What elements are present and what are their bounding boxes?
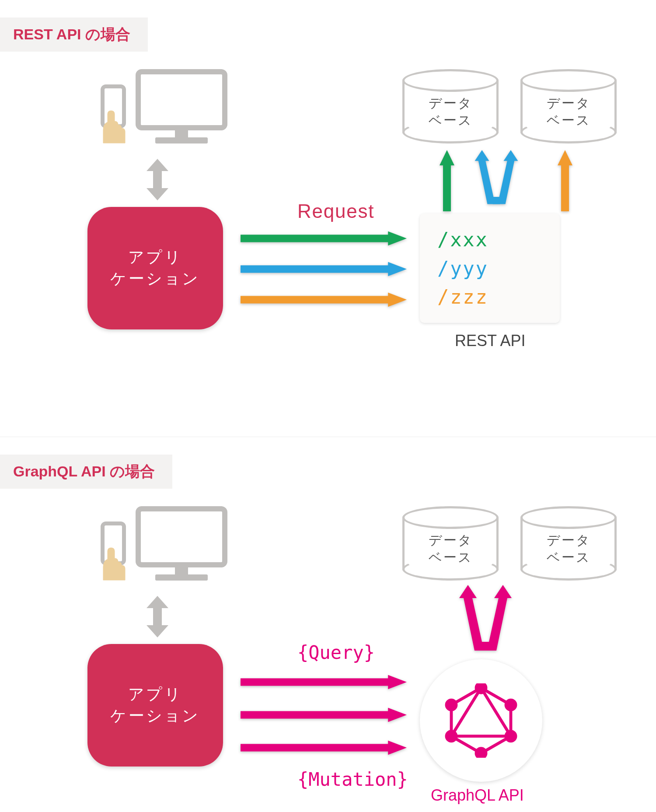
db-arrow-blue-v [470,150,523,211]
application-box: アプリ ケーション [87,644,223,766]
monitor-icon [136,69,227,146]
graphql-title: GraphQL API の場合 [0,455,172,489]
graphql-section: GraphQL API の場合 アプリ ケーション {Query} {Mutat… [0,437,656,812]
app-label-2: ケーション [87,705,223,727]
endpoint-zzz: /zzz [437,286,542,308]
graphql-logo-icon [444,683,518,758]
app-label-2: ケーション [87,268,223,290]
app-label-1: アプリ [87,247,223,268]
rest-api-box: /xxx /yyy /zzz [420,214,560,323]
db-arrow-orange [558,150,572,211]
client-app-arrow [144,159,171,200]
gql-arrow-2 [241,707,407,722]
client-app-arrow [144,596,171,637]
endpoint-xxx: /xxx [437,228,542,251]
rest-section: REST API の場合 アプリ ケーション Request [0,0,656,437]
query-label: {Query} [297,642,375,663]
monitor-icon [136,506,227,583]
db-arrow-green [440,150,454,211]
hand-icon [95,109,130,144]
gql-arrow-3 [241,740,407,755]
gql-arrow-1 [241,675,407,690]
request-label: Request [297,200,374,222]
mutation-label: {Mutation} [297,769,408,790]
rest-api-caption: REST API [455,332,525,350]
request-arrow-green [241,231,407,246]
graphql-caption: GraphQL API [431,786,524,805]
database-2: データベース [520,506,617,581]
client-devices [101,506,232,587]
application-box: アプリ ケーション [87,207,223,329]
app-label-1: アプリ [87,684,223,705]
endpoint-yyy: /yyy [437,257,542,280]
client-devices [101,69,232,150]
database-1: データベース [402,506,499,581]
hand-icon [95,546,130,581]
request-arrow-blue [241,262,407,276]
rest-title: REST API の場合 [0,18,148,52]
request-arrow-orange [241,292,407,307]
database-2: データベース [520,69,617,144]
graphql-node [420,659,542,782]
gql-db-arrow [459,585,512,659]
database-1: データベース [402,69,499,144]
